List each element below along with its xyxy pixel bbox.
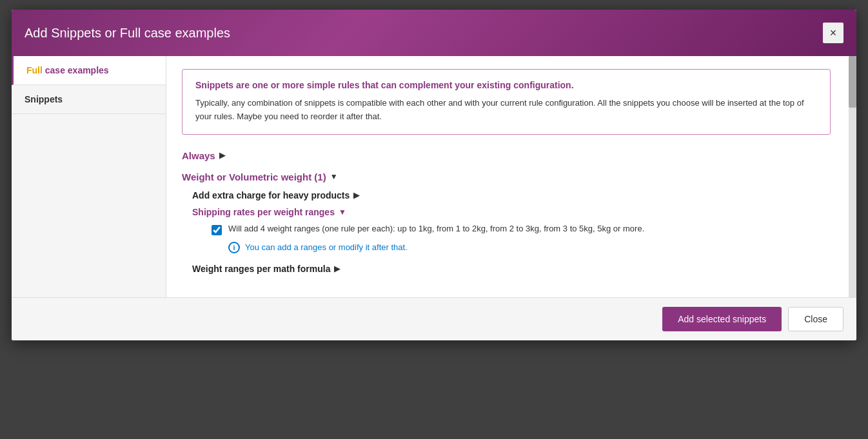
close-footer-button[interactable]: Close [788, 307, 843, 331]
add-selected-snippets-button[interactable]: Add selected snippets [662, 307, 782, 331]
section-always: Always ▶ [182, 150, 831, 161]
sub-section-shipping-rates-arrow: ▼ [339, 208, 346, 217]
sub-section-weight-math-arrow: ▶ [334, 264, 340, 273]
sidebar-item-snippets-label: Snippets [25, 94, 63, 104]
section-weight-volumetric-label: Weight or Volumetric weight (1) [182, 171, 326, 182]
modal-title: Add Snippets or Full case examples [25, 26, 230, 41]
sidebar: Full case examples Snippets [12, 56, 166, 297]
info-box-body: Typically, any combination of snippets i… [195, 97, 817, 124]
modal-header: Add Snippets or Full case examples × [12, 10, 856, 56]
modal-footer: Add selected snippets Close [12, 297, 856, 340]
info-row-ranges: i You can add a ranges or modify it afte… [228, 242, 831, 253]
sub-section-weight-math: Weight ranges per math formula ▶ [192, 264, 831, 274]
info-box: Snippets are one or more simple rules th… [182, 69, 831, 135]
section-always-arrow: ▶ [219, 151, 225, 160]
scrollbar-track[interactable] [849, 56, 856, 297]
info-box-title: Snippets are one or more simple rules th… [195, 80, 817, 90]
section-always-heading[interactable]: Always ▶ [182, 150, 831, 161]
sub-section-extra-charge-heading[interactable]: Add extra charge for heavy products ▶ [192, 190, 831, 200]
sub-section-shipping-rates-heading[interactable]: Shipping rates per weight ranges ▼ [192, 207, 831, 217]
section-weight-volumetric: Weight or Volumetric weight (1) ▼ Add ex… [182, 171, 831, 274]
sub-section-weight-math-label: Weight ranges per math formula [192, 264, 330, 274]
weight-ranges-label: Will add 4 weight ranges (one rule per e… [228, 224, 644, 233]
content-inner: Snippets are one or more simple rules th… [182, 69, 833, 274]
content-area[interactable]: Snippets are one or more simple rules th… [166, 56, 849, 297]
sidebar-item-full-case-rest: case examples [43, 65, 109, 75]
sub-section-weight-math-heading[interactable]: Weight ranges per math formula ▶ [192, 264, 831, 274]
modal: Add Snippets or Full case examples × Ful… [12, 10, 856, 340]
section-weight-volumetric-heading[interactable]: Weight or Volumetric weight (1) ▼ [182, 171, 831, 182]
checkbox-row-weight-ranges: Will add 4 weight ranges (one rule per e… [212, 224, 831, 235]
info-icon: i [228, 242, 240, 253]
sidebar-item-full-case[interactable]: Full case examples [12, 56, 166, 85]
close-button[interactable]: × [823, 23, 843, 43]
section-weight-volumetric-arrow: ▼ [330, 172, 338, 181]
sub-section-shipping-rates-label: Shipping rates per weight ranges [192, 207, 335, 217]
weight-ranges-checkbox[interactable] [212, 225, 222, 235]
section-always-label: Always [182, 150, 215, 161]
sub-section-extra-charge-arrow: ▶ [353, 191, 359, 200]
sub-section-extra-charge-label: Add extra charge for heavy products [192, 190, 350, 200]
scrollbar-thumb[interactable] [849, 56, 856, 108]
modal-overlay: Add Snippets or Full case examples × Ful… [0, 0, 868, 439]
sub-section-shipping-rates: Shipping rates per weight ranges ▼ Will … [192, 207, 831, 253]
sidebar-item-snippets[interactable]: Snippets [12, 85, 166, 114]
modal-body: Full case examples Snippets Snippets are… [12, 56, 856, 297]
info-link-ranges[interactable]: You can add a ranges or modify it after … [245, 242, 408, 252]
sidebar-highlight: Full [26, 65, 43, 75]
sub-section-extra-charge: Add extra charge for heavy products ▶ [192, 190, 831, 200]
